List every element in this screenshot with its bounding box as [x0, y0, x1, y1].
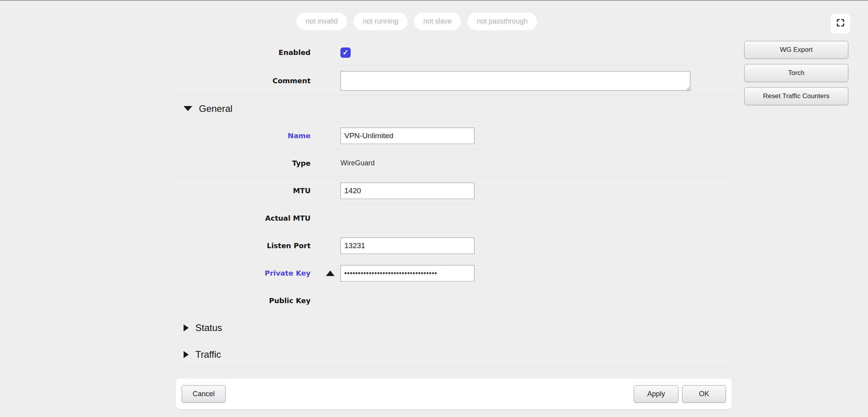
wg-export-button[interactable]: WG Export	[744, 41, 848, 59]
collapse-arrow-icon[interactable]	[326, 271, 335, 276]
public-key-row: Public Key	[177, 287, 734, 315]
private-key-label: Private Key	[177, 269, 311, 277]
private-key-input[interactable]	[340, 265, 474, 282]
status-badge: not invalid	[296, 13, 347, 30]
status-badge: not slave	[414, 13, 461, 30]
name-row: Name	[177, 122, 734, 150]
section-header-general[interactable]: General	[177, 95, 734, 122]
public-key-label: Public Key	[177, 296, 311, 305]
footer-action-bar: Cancel Apply OK	[176, 379, 732, 409]
status-badge: not running	[353, 13, 408, 30]
private-key-row: Private Key	[177, 260, 734, 287]
chevron-right-icon	[184, 351, 189, 358]
name-input[interactable]	[340, 128, 474, 144]
mtu-row: MTU	[177, 177, 734, 205]
listen-port-input[interactable]	[340, 238, 474, 254]
comment-row: Comment	[177, 66, 734, 95]
listen-port-label: Listen Port	[177, 241, 311, 250]
comment-label: Comment	[177, 77, 311, 85]
actual-mtu-row: Actual MTU	[177, 205, 734, 232]
section-title: Traffic	[195, 349, 221, 360]
type-value: WireGuard	[340, 159, 375, 167]
type-row: Type WireGuard	[177, 150, 734, 177]
type-label: Type	[177, 159, 311, 167]
status-badge-row: not invalid not running not slave not pa…	[177, 13, 657, 30]
section-title: Status	[195, 322, 222, 333]
enabled-label: Enabled	[177, 48, 311, 57]
wireguard-interface-dialog: not invalid not running not slave not pa…	[0, 0, 868, 417]
enabled-row: Enabled ✓	[177, 39, 734, 66]
apply-button[interactable]: Apply	[634, 385, 679, 403]
ok-button[interactable]: OK	[682, 385, 726, 403]
status-badge: not passthrough	[467, 13, 537, 30]
name-label: Name	[177, 132, 311, 140]
actual-mtu-label: Actual MTU	[177, 214, 311, 222]
listen-port-row: Listen Port	[177, 232, 734, 260]
mtu-input[interactable]	[340, 183, 474, 199]
fullscreen-button[interactable]	[831, 14, 850, 33]
section-title: General	[199, 103, 232, 114]
section-header-traffic[interactable]: Traffic	[177, 341, 734, 368]
interface-form: Enabled ✓ Comment General Name Type	[177, 38, 734, 368]
cancel-button[interactable]: Cancel	[182, 385, 226, 403]
torch-button[interactable]: Torch	[744, 64, 848, 82]
chevron-right-icon	[184, 324, 189, 331]
mtu-label: MTU	[177, 187, 311, 195]
enabled-checkbox[interactable]: ✓	[340, 48, 351, 58]
comment-input[interactable]	[340, 71, 690, 91]
section-header-status[interactable]: Status	[177, 315, 734, 341]
reset-traffic-counters-button[interactable]: Reset Traffic Counters	[744, 87, 848, 105]
fullscreen-icon	[835, 18, 846, 29]
side-action-buttons: WG Export Torch Reset Traffic Counters	[744, 41, 848, 105]
chevron-down-icon	[184, 106, 192, 111]
